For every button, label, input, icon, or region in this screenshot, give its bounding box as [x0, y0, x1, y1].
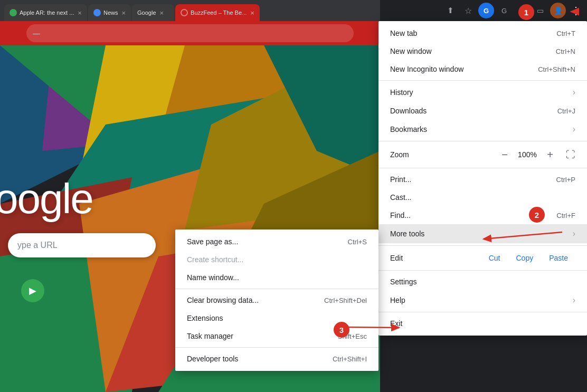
more-tools-arrow-icon: › — [573, 229, 575, 238]
tab-label-3: Google — [137, 9, 156, 16]
submenu-item-clear-browsing-label: Clear browsing data... — [187, 296, 324, 304]
tab-favicon-1 — [10, 9, 17, 16]
zoom-controls: − 100% + ⛶ — [497, 147, 575, 162]
tab-close-4[interactable]: × — [250, 9, 254, 17]
paste-button[interactable]: Paste — [542, 252, 575, 264]
zoom-label: Zoom — [390, 150, 497, 159]
separator-1 — [378, 80, 587, 81]
title-bar: Apple AR: the next ... × News × Google ×… — [0, 0, 587, 21]
menu-item-new-window-label: New window — [390, 47, 556, 55]
search-placeholder: ype a URL — [17, 241, 58, 250]
browser-frame: Apple AR: the next ... × News × Google ×… — [0, 0, 587, 392]
menu-item-downloads-shortcut: Ctrl+J — [557, 107, 575, 115]
menu-item-exit[interactable]: Exit — [378, 314, 587, 332]
menu-item-settings[interactable]: Settings — [378, 273, 587, 291]
submenu-item-devtools-shortcut: Ctrl+Shift+I — [333, 355, 367, 363]
submenu-item-save-shortcut: Ctrl+S — [348, 238, 367, 246]
avatar[interactable]: 👤 — [550, 3, 566, 18]
tab-news[interactable]: News × — [88, 4, 131, 21]
menu-item-new-tab[interactable]: New tab Ctrl+T — [378, 24, 587, 42]
submenu-item-extensions[interactable]: Extensions — [175, 309, 378, 327]
omnibox-bar: — — [0, 21, 380, 45]
menu-item-more-tools[interactable]: More tools › — [378, 224, 587, 243]
submenu-item-shortcut-label: Create shortcut... — [187, 255, 367, 264]
submenu-item-clear-browsing-shortcut: Ctrl+Shift+Del — [324, 297, 367, 304]
menu-item-help-label: Help — [390, 296, 573, 304]
tab-close-1[interactable]: × — [78, 9, 82, 17]
menu-item-history[interactable]: History › — [378, 83, 587, 102]
submenu-item-create-shortcut[interactable]: Create shortcut... — [175, 251, 378, 269]
share-icon[interactable]: ⬆ — [442, 3, 458, 18]
menu-item-help[interactable]: Help › — [378, 291, 587, 310]
fullscreen-icon[interactable]: ⛶ — [566, 149, 575, 160]
menu-item-downloads[interactable]: Downloads Ctrl+J — [378, 102, 587, 120]
menu-item-find[interactable]: Find... Ctrl+F — [378, 206, 587, 224]
grammarly-icon[interactable]: G — [478, 3, 494, 18]
tab-google[interactable]: Google × — [132, 4, 174, 21]
tab-buzzfeed[interactable]: BuzzFeed – The Be... × — [175, 4, 260, 21]
chrome-menu: New tab Ctrl+T New window Ctrl+N New Inc… — [378, 21, 587, 336]
shortcuts-row: ▶ — [21, 279, 44, 302]
rectangle-icon[interactable]: ▭ — [532, 3, 548, 18]
search-bar[interactable]: ype a URL — [8, 233, 156, 257]
menu-item-new-tab-shortcut: Ctrl+T — [556, 30, 575, 37]
tab-favicon-2 — [93, 9, 101, 16]
menu-item-cast[interactable]: Cast... — [378, 188, 587, 206]
tab-close-2[interactable]: × — [121, 9, 126, 17]
separator-5 — [378, 270, 587, 271]
shortcut-1[interactable]: ▶ — [21, 279, 44, 302]
shortcut-1-icon: ▶ — [29, 285, 36, 297]
menu-item-new-window[interactable]: New window Ctrl+N — [378, 42, 587, 60]
menu-item-new-incognito-label: New Incognito window — [390, 65, 538, 73]
submenu-item-extensions-label: Extensions — [187, 314, 367, 322]
menu-item-more-tools-label: More tools — [390, 230, 573, 238]
separator-2 — [378, 141, 587, 141]
tab-close-3[interactable]: × — [160, 9, 164, 17]
extension-g-icon[interactable]: G — [496, 3, 512, 18]
help-arrow-icon: › — [573, 295, 575, 305]
omnibox[interactable]: — — [26, 24, 354, 42]
menu-item-print-label: Print... — [390, 175, 556, 184]
menu-item-exit-label: Exit — [390, 319, 575, 328]
menu-item-bookmarks[interactable]: Bookmarks › — [378, 120, 587, 139]
menu-item-new-window-shortcut: Ctrl+N — [556, 47, 575, 55]
star-icon[interactable]: ☆ — [460, 3, 476, 18]
badge-3: 3 — [334, 322, 349, 338]
omnibox-text: — — [33, 29, 40, 37]
menu-item-new-incognito[interactable]: New Incognito window Ctrl+Shift+N — [378, 60, 587, 78]
menu-item-new-incognito-shortcut: Ctrl+Shift+N — [538, 65, 575, 73]
bookmarks-arrow-icon: › — [573, 125, 575, 134]
tab-label-1: Apple AR: the next ... — [20, 9, 74, 16]
cut-button[interactable]: Cut — [481, 252, 508, 264]
tab-label-2: News — [103, 9, 118, 16]
submenu-separator-1 — [175, 289, 378, 289]
google-logo: oogle — [0, 175, 93, 223]
copy-button[interactable]: Copy — [509, 252, 541, 264]
menu-item-new-tab-label: New tab — [390, 29, 556, 37]
edit-label: Edit — [390, 254, 481, 262]
submenu-item-devtools-label: Developer tools — [187, 355, 333, 363]
zoom-decrease-button[interactable]: − — [497, 147, 512, 162]
submenu-item-name-window[interactable]: Name window... — [175, 269, 378, 286]
edit-row: Edit Cut Copy Paste — [378, 248, 587, 268]
badge-2: 2 — [529, 207, 545, 223]
zoom-increase-button[interactable]: + — [543, 147, 557, 162]
tab-label-4: BuzzFeed – The Be... — [191, 9, 247, 16]
submenu-item-developer-tools[interactable]: Developer tools Ctrl+Shift+I — [175, 350, 378, 368]
menu-item-downloads-label: Downloads — [390, 107, 557, 115]
tabs-bar: Apple AR: the next ... × News × Google ×… — [0, 0, 380, 21]
submenu-item-save-page[interactable]: Save page as... Ctrl+S — [175, 233, 378, 251]
submenu-item-task-manager-label: Task manager — [187, 332, 338, 340]
edit-actions: Cut Copy Paste — [481, 252, 575, 264]
menu-button[interactable]: ⋮ — [568, 3, 584, 18]
submenu-item-clear-browsing[interactable]: Clear browsing data... Ctrl+Shift+Del — [175, 291, 378, 309]
submenu-item-name-window-label: Name window... — [187, 273, 367, 282]
menu-item-settings-label: Settings — [390, 278, 575, 286]
menu-item-print-shortcut: Ctrl+P — [556, 176, 575, 184]
menu-item-print[interactable]: Print... Ctrl+P — [378, 170, 587, 188]
submenu-item-save-label: Save page as... — [187, 237, 348, 246]
submenu-separator-2 — [175, 347, 378, 348]
tab-apple-ar[interactable]: Apple AR: the next ... × — [4, 4, 87, 21]
zoom-value: 100% — [517, 150, 537, 159]
badge-1: 1 — [518, 4, 534, 20]
